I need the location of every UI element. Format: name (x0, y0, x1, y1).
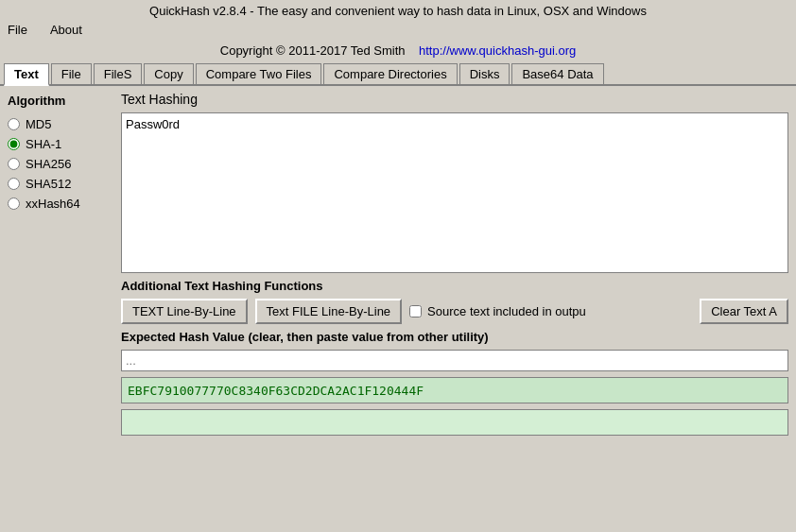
text-line-by-line-button[interactable]: TEXT Line-By-Line (121, 299, 248, 324)
algorithm-sha1-row: SHA-1 (8, 137, 106, 151)
tab-compare-directories[interactable]: Compare Directories (323, 63, 457, 84)
text-file-line-by-line-button[interactable]: Text FILE Line-By-Line (255, 299, 403, 324)
algorithm-label: Algorithm (8, 94, 106, 108)
source-text-checkbox[interactable] (409, 305, 422, 317)
hash-value: EBFC7910077770C8340F63CD2DCA2AC1F120444F (128, 384, 424, 398)
menu-file[interactable]: File (4, 22, 31, 38)
tab-disks[interactable]: Disks (459, 63, 510, 84)
algorithm-md5-row: MD5 (8, 117, 106, 131)
copyright-link[interactable]: http://www.quickhash-gui.org (419, 43, 576, 58)
tab-text[interactable]: Text (4, 63, 49, 86)
algorithm-sha512-row: SHA512 (8, 177, 106, 191)
algorithm-sha512-label[interactable]: SHA512 (26, 177, 71, 191)
tab-bar: Text File FileS Copy Compare Two Files C… (0, 61, 796, 86)
additional-functions-label: Additional Text Hashing Functions (121, 279, 788, 293)
copyright-bar: Copyright © 2011-2017 Ted Smith http://w… (0, 40, 796, 61)
algorithm-sha256-label[interactable]: SHA256 (26, 157, 71, 171)
tab-base64-data[interactable]: Base64 Data (511, 63, 603, 84)
algorithm-sha512-radio[interactable] (8, 178, 20, 190)
clear-text-button[interactable]: Clear Text A (700, 299, 788, 324)
button-row: TEXT Line-By-Line Text FILE Line-By-Line… (121, 299, 788, 324)
algorithm-xxhash64-row: xxHash64 (8, 197, 106, 211)
hash-output: EBFC7910077770C8340F63CD2DCA2AC1F120444F (121, 377, 788, 403)
expected-hash-label: Expected Hash Value (clear, then paste v… (121, 330, 788, 344)
tab-file[interactable]: File (51, 63, 92, 84)
menu-bar: File About (0, 20, 796, 40)
source-text-checkbox-row: Source text included in outpu (409, 304, 586, 318)
algorithm-sha256-radio[interactable] (8, 158, 20, 170)
algorithm-xxhash64-radio[interactable] (8, 197, 20, 210)
text-hashing-heading: Text Hashing (121, 92, 788, 107)
sidebar: Algorithm MD5 SHA-1 SHA256 SHA512 xxHash… (0, 86, 113, 523)
algorithm-md5-label[interactable]: MD5 (26, 117, 51, 131)
expected-hash-input[interactable] (121, 350, 788, 371)
content-panel: Text Hashing Passw0rd Additional Text Ha… (113, 86, 796, 523)
text-input[interactable]: Passw0rd (121, 112, 788, 273)
tab-copy[interactable]: Copy (144, 63, 193, 84)
main-content: Algorithm MD5 SHA-1 SHA256 SHA512 xxHash… (0, 86, 796, 523)
algorithm-sha1-label[interactable]: SHA-1 (26, 137, 61, 151)
tab-compare-two-files[interactable]: Compare Two Files (196, 63, 322, 84)
source-text-label: Source text included in outpu (427, 304, 586, 318)
algorithm-xxhash64-label[interactable]: xxHash64 (26, 197, 80, 211)
tab-files[interactable]: FileS (94, 63, 143, 84)
app-title: QuickHash v2.8.4 - The easy and convenie… (149, 4, 647, 18)
algorithm-sha256-row: SHA256 (8, 157, 106, 171)
title-bar: QuickHash v2.8.4 - The easy and convenie… (0, 0, 796, 20)
algorithm-sha1-radio[interactable] (8, 138, 20, 150)
hash-output-bottom (121, 409, 788, 436)
copyright-text: Copyright © 2011-2017 Ted Smith (220, 43, 406, 58)
algorithm-md5-radio[interactable] (8, 118, 20, 130)
menu-about[interactable]: About (46, 22, 86, 38)
